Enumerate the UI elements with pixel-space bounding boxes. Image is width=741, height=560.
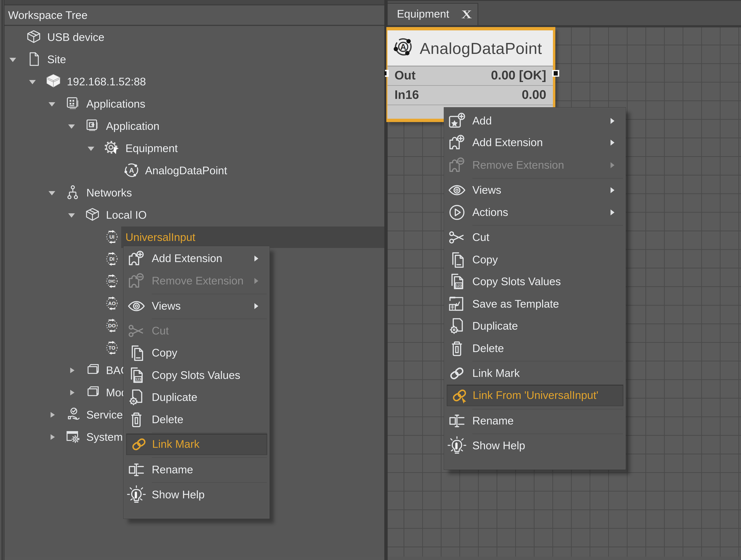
svg-text:123: 123 — [456, 284, 462, 288]
svg-text:DO: DO — [108, 323, 116, 328]
svg-text:A: A — [129, 167, 134, 174]
svg-text:123: 123 — [135, 378, 141, 381]
svg-text:DI: DI — [109, 256, 115, 262]
svg-text:DIC: DIC — [109, 279, 116, 284]
svg-text:TO: TO — [109, 345, 116, 351]
svg-text:UI: UI — [109, 234, 115, 240]
svg-text:AO: AO — [108, 301, 116, 306]
svg-text:A: A — [400, 43, 406, 52]
